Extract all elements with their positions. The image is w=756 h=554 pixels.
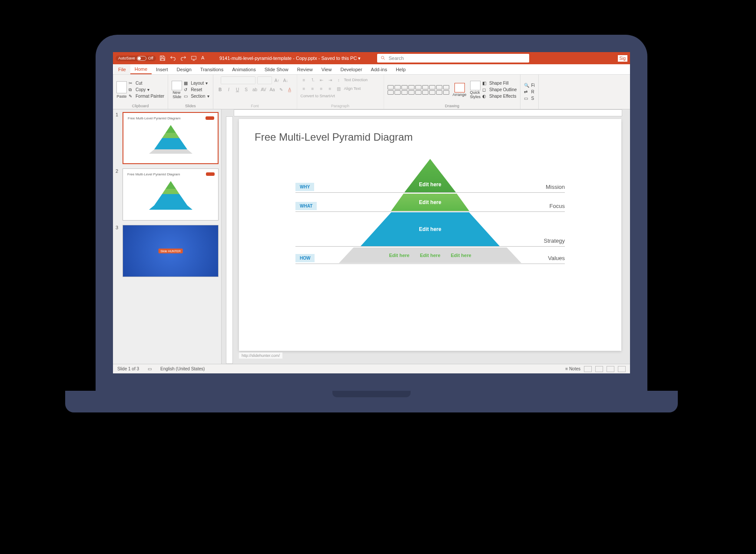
arrange-icon [454,83,465,92]
replace-icon: ⇄ [524,89,529,95]
shape-outline-button[interactable]: ◻Shape Outline [482,87,517,92]
align-left-button[interactable]: ≡ [301,85,308,92]
indent-increase-button[interactable]: ⇥ [327,76,334,83]
search-input[interactable]: Search [377,54,529,63]
save-icon[interactable] [159,55,166,61]
present-icon[interactable] [191,55,197,61]
shape-effects-button[interactable]: ◐Shape Effects [482,94,517,99]
reading-view-button[interactable] [607,366,614,372]
pyramid-icon [145,181,197,211]
text-direction-button[interactable]: Text Direction [344,78,368,82]
pyramid-tier-2[interactable]: Edit here [391,194,469,211]
increase-font-icon[interactable]: A↑ [274,77,281,84]
tab-animations[interactable]: Animations [228,64,260,74]
tab-developer[interactable]: Developer [336,64,366,74]
left-tag-what[interactable]: WHAT [295,202,317,210]
replace-button[interactable]: ⇄R [524,89,534,95]
copy-button[interactable]: ⧉Copy ▾ [129,87,164,92]
bold-button[interactable]: B [217,86,224,93]
slide-thumbnail-1[interactable]: Free Multi-Level Pyramid Diagram [123,112,219,164]
layout-button[interactable]: ▦Layout ▾ [184,81,209,86]
tab-help[interactable]: Help [391,64,410,74]
notes-button[interactable]: ≡ Notes [565,366,580,371]
strike-button[interactable]: S [243,86,250,93]
italic-button[interactable]: I [225,86,232,93]
shapes-gallery[interactable] [388,85,449,95]
underline-button[interactable]: U [234,86,241,93]
tab-home[interactable]: Home [130,64,152,74]
section-button[interactable]: ▭Section ▾ [184,94,209,99]
tab-design[interactable]: Design [172,64,196,74]
redo-icon[interactable] [180,55,186,61]
tab-transitions[interactable]: Transitions [196,64,228,74]
svg-marker-9 [149,205,192,210]
new-slide-button[interactable]: New Slide [172,81,182,99]
format-painter-button[interactable]: ✎Format Painter [129,94,164,99]
horizontal-ruler[interactable] [234,109,622,116]
tab-insert[interactable]: Insert [152,64,172,74]
line-spacing-button[interactable]: ↕ [335,76,342,83]
select-button[interactable]: ▭S [524,96,534,101]
thumb-number: 1 [116,112,120,164]
undo-icon[interactable] [170,55,176,61]
tab-addins[interactable]: Add-ins [367,64,391,74]
shadow-button[interactable]: ab [252,86,259,93]
right-label-values[interactable]: Values [548,255,565,261]
tab-file[interactable]: File [114,64,130,74]
slide-thumbnail-2[interactable]: Free Multi-Level Pyramid Diagram [123,168,219,221]
slideshow-view-button[interactable] [618,366,626,372]
normal-view-button[interactable] [584,366,592,372]
align-text-button[interactable]: Align Text [344,86,361,91]
columns-button[interactable]: ▥ [335,85,342,92]
tab-slideshow[interactable]: Slide Show [260,64,293,74]
case-button[interactable]: Aa [269,86,276,93]
highlight-button[interactable]: ✎ [278,86,285,93]
numbering-button[interactable]: ⒈ [309,76,316,83]
arrange-button[interactable]: Arrange [453,83,467,97]
decrease-font-icon[interactable]: A↓ [282,77,289,84]
align-right-button[interactable]: ≡ [318,85,325,92]
find-button[interactable]: 🔍Fi [524,83,534,88]
pyramid-tier-4[interactable]: Edit here Edit here Edit here [339,247,521,263]
right-label-focus[interactable]: Focus [550,203,565,209]
right-label-mission[interactable]: Mission [546,184,565,190]
align-center-button[interactable]: ≡ [309,85,316,92]
left-tag-how[interactable]: HOW [295,254,315,262]
accessibility-icon[interactable]: ▭ [148,366,152,371]
smartart-button[interactable]: Convert to SmartArt [301,94,335,98]
font-color-button[interactable]: A [286,86,293,93]
sorter-view-button[interactable] [595,366,603,372]
font-color-icon[interactable]: A [201,55,207,61]
svg-marker-3 [162,133,179,138]
quick-styles-button[interactable]: Quick Styles [470,81,481,99]
right-label-strategy[interactable]: Strategy [544,237,565,244]
tab-review[interactable]: Review [293,64,317,74]
slide-icon [172,81,182,90]
font-family-input[interactable] [221,76,255,84]
pyramid-tier-1[interactable]: Edit here [404,159,456,193]
sign-in-button[interactable]: Sig [618,55,627,62]
slide-canvas[interactable]: Free Multi-Level Pyramid Diagram Edit he… [239,119,621,351]
language-status[interactable]: English (United States) [160,366,205,371]
pyramid-diagram[interactable]: Edit here WHY Mission Edit here WHAT Foc… [339,159,521,264]
pyramid-tier-3[interactable]: Edit here [361,212,500,246]
reset-button[interactable]: ↺Reset [184,87,209,92]
shape-fill-button[interactable]: ◧Shape Fill [482,81,517,86]
paste-button[interactable]: Paste [116,81,127,99]
left-tag-why[interactable]: WHY [295,183,314,191]
quick-access-toolbar: A [159,55,207,61]
autosave-toggle[interactable]: AutoSave Off [116,56,156,61]
slide-thumbnail-3[interactable]: Slide HUNTER [123,225,219,277]
font-size-input[interactable] [257,76,272,84]
slide-title[interactable]: Free Multi-Level Pyramid Diagram [255,131,413,143]
ribbon: Paste ✂Cut ⧉Copy ▾ ✎Format Painter Clipb… [113,75,630,109]
slide-panel[interactable]: 1 Free Multi-Level Pyramid Diagram 2 Fre… [113,109,222,364]
cut-button[interactable]: ✂Cut [129,81,164,86]
svg-marker-5 [149,149,192,154]
justify-button[interactable]: ≡ [327,85,334,92]
indent-decrease-button[interactable]: ⇤ [318,76,325,83]
vertical-ruler[interactable] [226,116,233,364]
bullets-button[interactable]: ≡ [301,76,308,83]
spacing-button[interactable]: AV [260,86,267,93]
tab-view[interactable]: View [317,64,336,74]
